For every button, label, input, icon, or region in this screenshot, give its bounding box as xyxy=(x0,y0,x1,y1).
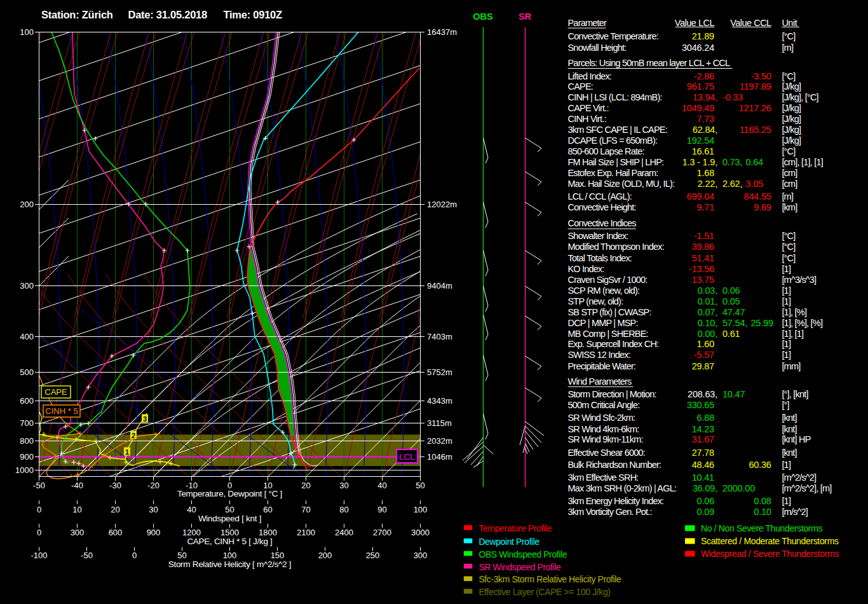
svg-text:20: 20 xyxy=(111,505,119,514)
svg-text:Date: 31.05.2018: Date: 31.05.2018 xyxy=(128,9,207,20)
svg-text:3km Energy Helicity Index:: 3km Energy Helicity Index: xyxy=(568,496,664,506)
svg-text:600: 600 xyxy=(109,528,123,537)
svg-text:Parameter: Parameter xyxy=(568,18,607,28)
svg-text:25.99: 25.99 xyxy=(751,318,773,328)
svg-text:Modified Thompson Index:: Modified Thompson Index: xyxy=(568,242,664,252)
svg-text:31.67: 31.67 xyxy=(692,434,714,444)
svg-text:21.89: 21.89 xyxy=(692,31,714,41)
svg-text:0: 0 xyxy=(37,505,41,514)
svg-text:2.22,: 2.22, xyxy=(698,179,717,189)
svg-text:5752m: 5752m xyxy=(427,367,452,377)
svg-text:-5.57: -5.57 xyxy=(694,350,714,360)
svg-text:No / Non Severe Thunderstorms: No / Non Severe Thunderstorms xyxy=(701,523,822,533)
svg-text:300: 300 xyxy=(71,528,85,537)
svg-text:10: 10 xyxy=(72,505,81,514)
svg-text:[knt]: [knt] xyxy=(782,424,796,434)
svg-text:0.09: 0.09 xyxy=(697,507,715,517)
svg-text:Exp. Supercell Index CH:: Exp. Supercell Index CH: xyxy=(568,339,659,349)
svg-text:50: 50 xyxy=(416,481,424,490)
svg-text:[°]: [°] xyxy=(782,400,789,410)
svg-text:CINH * 5: CINH * 5 xyxy=(45,406,78,416)
svg-text:0.01,: 0.01, xyxy=(698,296,717,306)
svg-text:1.68: 1.68 xyxy=(697,168,715,178)
svg-text:Effective Layer (CAPE >= 100 J: Effective Layer (CAPE >= 100 J/kg) xyxy=(478,587,610,597)
svg-text:[knt]: [knt] xyxy=(782,448,796,458)
svg-text:[cm]: [cm] xyxy=(782,168,797,178)
svg-text:[J/kg]: [J/kg] xyxy=(782,81,801,92)
svg-text:0.73,: 0.73, xyxy=(722,157,742,167)
svg-text:844.55: 844.55 xyxy=(744,191,771,202)
svg-text:[knt]: [knt] xyxy=(782,413,796,423)
svg-text:0.06: 0.06 xyxy=(722,285,740,296)
svg-text:[1]: [1] xyxy=(782,285,790,296)
svg-text:-3.50: -3.50 xyxy=(751,71,771,81)
svg-text:0: 0 xyxy=(132,551,137,560)
svg-text:9.71: 9.71 xyxy=(697,202,715,212)
svg-text:900: 900 xyxy=(20,452,34,462)
svg-text:CAPE:: CAPE: xyxy=(568,81,593,92)
svg-text:[m^2/s^2], [m]: [m^2/s^2], [m] xyxy=(782,483,831,493)
svg-text:13.94,: 13.94, xyxy=(693,92,717,102)
svg-text:[1]: [1] xyxy=(782,460,790,470)
svg-text:Craven SigSvr / 1000:: Craven SigSvr / 1000: xyxy=(568,275,648,285)
svg-text:300: 300 xyxy=(414,551,428,560)
svg-text:500: 500 xyxy=(20,367,34,377)
svg-text:KO Index:: KO Index: xyxy=(568,264,604,274)
svg-text:Widespread / Severe Thundersto: Widespread / Severe Thunderstorms xyxy=(701,549,839,559)
svg-text:2400: 2400 xyxy=(335,528,353,537)
svg-text:16.61: 16.61 xyxy=(692,146,714,156)
svg-text:13.75: 13.75 xyxy=(692,275,714,285)
svg-text:29.87: 29.87 xyxy=(692,361,714,371)
svg-text:961.75: 961.75 xyxy=(687,81,714,92)
svg-text:Effective Shear 6000:: Effective Shear 6000: xyxy=(568,448,646,458)
svg-text:Wind Parameters: Wind Parameters xyxy=(568,376,632,387)
svg-text:Estofex Exp. Hail Param:: Estofex Exp. Hail Param: xyxy=(568,168,658,178)
svg-text:Sfc-3km Storm Relative Helicit: Sfc-3km Storm Relative Helicity Profile xyxy=(478,574,621,584)
svg-text:30: 30 xyxy=(149,505,158,514)
svg-text:-1.51: -1.51 xyxy=(694,231,714,241)
svg-text:CAPE: CAPE xyxy=(44,387,67,397)
svg-text:SCP RM (new, old):: SCP RM (new, old): xyxy=(568,285,640,296)
svg-text:12022m: 12022m xyxy=(427,200,457,209)
svg-text:Windspeed [ knt ]: Windspeed [ knt ] xyxy=(198,514,261,523)
svg-text:800: 800 xyxy=(20,436,34,446)
svg-text:51.41: 51.41 xyxy=(692,253,714,263)
svg-text:3km Effective SRH:: 3km Effective SRH: xyxy=(568,472,639,483)
svg-text:850-600 Lapse Rate:: 850-600 Lapse Rate: xyxy=(568,146,644,156)
svg-text:48.46: 48.46 xyxy=(692,460,714,470)
svg-text:6.88: 6.88 xyxy=(697,413,715,423)
svg-text:[cm]: [cm] xyxy=(782,179,797,189)
svg-text:250: 250 xyxy=(366,551,380,560)
svg-text:Lifted Index:: Lifted Index: xyxy=(568,71,612,81)
svg-text:-40: -40 xyxy=(71,481,83,490)
svg-text:47.47: 47.47 xyxy=(722,307,745,317)
svg-text:-0.33: -0.33 xyxy=(722,92,743,102)
svg-text:9404m: 9404m xyxy=(427,281,452,291)
svg-text:[J/kg]: [J/kg] xyxy=(782,135,801,146)
svg-text:3115m: 3115m xyxy=(427,418,452,428)
svg-text:3km SFC CAPE | IL CAPE:: 3km SFC CAPE | IL CAPE: xyxy=(568,125,667,135)
svg-text:192.54: 192.54 xyxy=(687,135,714,146)
svg-text:40: 40 xyxy=(377,481,386,490)
svg-text:90: 90 xyxy=(377,505,386,514)
svg-text:[°C]: [°C] xyxy=(782,231,795,241)
svg-text:27.78: 27.78 xyxy=(692,448,714,458)
svg-text:900: 900 xyxy=(147,528,161,537)
svg-text:Value LCL: Value LCL xyxy=(675,18,715,28)
svg-text:[J/kg]: [J/kg] xyxy=(782,125,801,135)
svg-text:Convective Indices: Convective Indices xyxy=(568,218,637,228)
svg-text:0.03,: 0.03, xyxy=(698,285,717,296)
svg-text:39.86: 39.86 xyxy=(692,242,714,252)
svg-text:1500: 1500 xyxy=(220,528,239,537)
svg-text:Temperature Profile: Temperature Profile xyxy=(478,523,552,533)
svg-text:3046.24: 3046.24 xyxy=(682,43,714,53)
svg-text:LCL / CCL (AGL):: LCL / CCL (AGL): xyxy=(568,191,632,202)
svg-text:SR Wind 4km-6km:: SR Wind 4km-6km: xyxy=(568,424,639,434)
svg-text:10.47: 10.47 xyxy=(722,389,745,399)
svg-text:100: 100 xyxy=(20,27,34,37)
svg-text:300: 300 xyxy=(20,281,34,291)
svg-text:[°C]: [°C] xyxy=(782,253,795,263)
svg-text:3.05: 3.05 xyxy=(746,179,764,189)
svg-text:1165.25: 1165.25 xyxy=(740,125,771,135)
svg-text:2700: 2700 xyxy=(373,528,391,537)
